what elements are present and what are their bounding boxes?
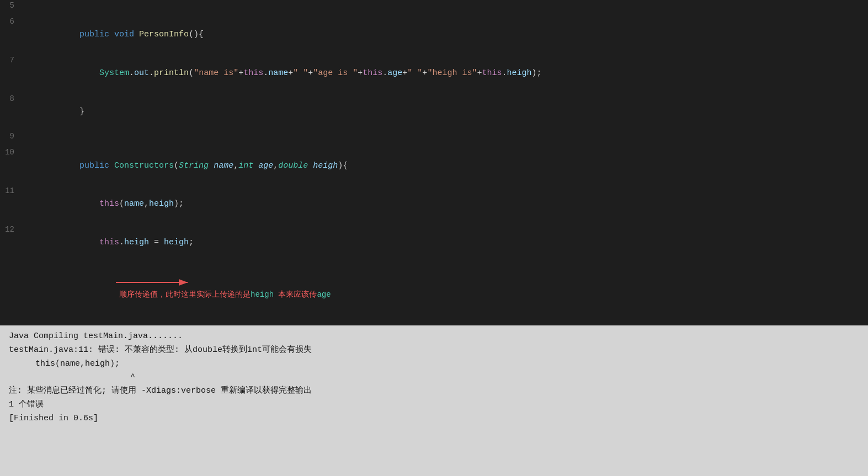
code-editor: 5 6 public void PersonInfo(){ 7 System.o…	[0, 0, 868, 325]
code-line-10: 10 public Constructors(String name,int a…	[0, 146, 868, 185]
line-number-11: 11	[0, 185, 24, 197]
console-line-1: Java Compiling testMain.java.......	[9, 330, 859, 344]
line-number-10: 10	[0, 147, 24, 159]
console-line-3: this(name,heigh);	[9, 357, 859, 371]
console-line-2: testMain.java:11: 错误: 不兼容的类型: 从double转换到…	[9, 344, 859, 357]
console-line-4: ^	[9, 371, 859, 384]
code-line-6: 6 public void PersonInfo(){	[0, 15, 868, 54]
code-line-9: 9	[0, 131, 868, 146]
console-line-6: 1 个错误	[9, 398, 859, 412]
code-line-12: 12 this.heigh = heigh; 顺序传递值，此时这里实际上传递的是…	[0, 223, 868, 325]
code-line-7: 7 System.out.println("name is"+this.name…	[0, 54, 868, 93]
line-number-9: 9	[0, 131, 24, 143]
console-line-7: [Finished in 0.6s]	[9, 412, 859, 426]
console-output: Java Compiling testMain.java....... test…	[0, 325, 868, 476]
code-line-11: 11 this(name,heigh);	[0, 185, 868, 223]
code-line-8: 8 }	[0, 93, 868, 131]
line-number-6: 6	[0, 16, 24, 28]
annotation-text: 顺序传递值，此时这里实际上传递的是heigh 本来应该传age	[119, 290, 331, 299]
console-line-5: 注: 某些消息已经过简化; 请使用 -Xdiags:verbose 重新编译以获…	[9, 384, 859, 398]
code-line-5: 5	[0, 0, 868, 15]
line-number-7: 7	[0, 55, 24, 67]
line-number-8: 8	[0, 93, 24, 105]
line-number-12: 12	[0, 224, 24, 236]
annotation-arrow	[116, 276, 193, 289]
line-number-5: 5	[0, 0, 24, 12]
